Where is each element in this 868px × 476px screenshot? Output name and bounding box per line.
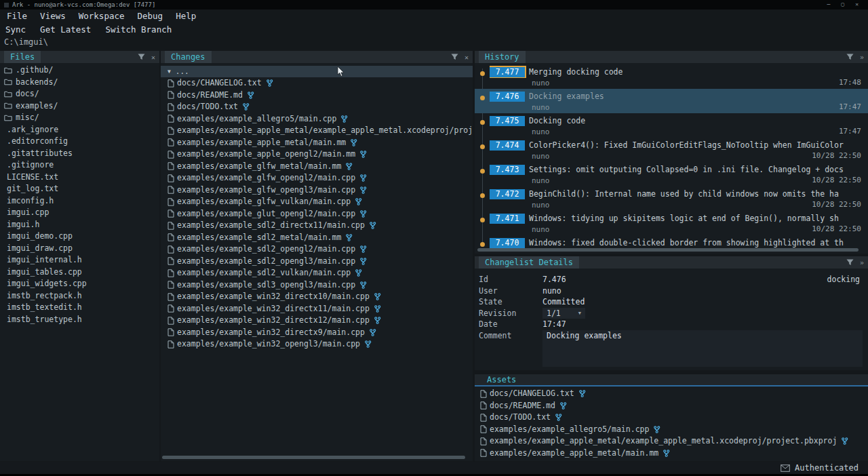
file-tree-item[interactable]: .editorconfig bbox=[4, 136, 159, 148]
branch-icon bbox=[841, 437, 848, 445]
file-tree-item[interactable]: imgui.h bbox=[4, 219, 159, 231]
history-row[interactable]: 7.470 Windows: fixed double-clicked bord… bbox=[475, 235, 868, 249]
history-row[interactable]: 7.474 ColorPicker4(): Fixed ImGuiColorEd… bbox=[475, 138, 868, 162]
history-row[interactable]: 7.476 Docking examples nuno 17:47 bbox=[475, 89, 868, 113]
changed-file-item[interactable]: examples/example_sdl2_vulkan/main.cpp bbox=[167, 267, 473, 279]
file-tree-item[interactable]: imgui_tables.cpp bbox=[4, 266, 159, 279]
maximize-icon[interactable]: ▢ bbox=[841, 0, 844, 9]
asset-item[interactable]: examples/example_allegro5/main.cpp bbox=[480, 424, 868, 436]
filter-icon[interactable] bbox=[846, 259, 854, 266]
file-name: .ark_ignore bbox=[7, 124, 58, 136]
asset-item[interactable]: docs/TODO.txt bbox=[480, 412, 868, 424]
menu-item[interactable]: Views bbox=[40, 11, 66, 21]
changes-root-row[interactable]: ▼ ... bbox=[161, 66, 473, 77]
changed-file-item[interactable]: examples/example_glfw_opengl2/main.cpp bbox=[167, 172, 473, 184]
menu-item[interactable]: Workspace bbox=[79, 11, 125, 21]
file-tree-item[interactable]: imstb_truetype.h bbox=[4, 314, 159, 326]
file-tree-item[interactable]: .ark_ignore bbox=[4, 124, 159, 136]
file-tree-item[interactable]: examples/ bbox=[4, 100, 159, 113]
history-row[interactable]: 7.471 Windows: tidying up skipitems logi… bbox=[475, 211, 868, 235]
file-tree-item[interactable]: .gitignore bbox=[4, 159, 159, 172]
files-tab[interactable]: Files bbox=[4, 51, 41, 63]
horizontal-scrollbar[interactable] bbox=[162, 456, 469, 460]
file-tree-item[interactable]: imgui_draw.cpp bbox=[4, 243, 159, 255]
changed-file-item[interactable]: examples/example_win32_directx9/main.cpp bbox=[167, 327, 473, 339]
changed-file-item[interactable]: examples/example_win32_directx10/main.cp… bbox=[167, 291, 473, 303]
asset-item[interactable]: docs/README.md bbox=[480, 400, 868, 412]
field-revision: Revision 1/1 ▼ bbox=[479, 308, 863, 319]
commit-author: nuno bbox=[532, 79, 550, 87]
history-tab[interactable]: History bbox=[479, 51, 526, 63]
changed-file-item[interactable]: examples/example_sdl2_opengl2/main.cpp bbox=[167, 243, 473, 256]
toolbar-button[interactable]: Switch Branch bbox=[105, 24, 172, 35]
asset-item[interactable]: docs/CHANGELOG.txt bbox=[480, 388, 868, 400]
history-row[interactable]: 7.473 Settings: omit outputing Collapsed… bbox=[475, 162, 868, 186]
file-tree-item[interactable]: imgui.cpp bbox=[4, 207, 159, 219]
filter-icon[interactable] bbox=[846, 54, 854, 60]
branch-icon bbox=[340, 115, 348, 123]
history-row[interactable]: 7.475 Docking code nuno 17:47 bbox=[475, 113, 868, 138]
menu-item[interactable]: File bbox=[7, 11, 27, 21]
horizontal-scrollbar[interactable] bbox=[477, 248, 863, 252]
history-row[interactable]: 7.477 Merging docking code nuno 17:48 bbox=[475, 64, 868, 89]
file-tree-item[interactable]: backends/ bbox=[4, 77, 159, 89]
menu-item[interactable]: Help bbox=[176, 11, 196, 21]
history-row[interactable]: 7.472 BeginChild(): Internal name used b… bbox=[475, 186, 868, 211]
file-tree-item[interactable]: imgui_widgets.cpp bbox=[4, 278, 159, 290]
close-icon[interactable]: ✕ bbox=[855, 0, 859, 9]
field-label: User bbox=[479, 285, 542, 297]
asset-item[interactable]: examples/example_apple_metal/main.mm bbox=[480, 448, 868, 460]
file-tree-item[interactable]: imstb_textedit.h bbox=[4, 302, 159, 314]
changed-file-item[interactable]: examples/example_glfw_metal/main.mm bbox=[167, 161, 473, 173]
file-tree-item[interactable]: .gitattributes bbox=[4, 148, 159, 160]
changed-file-item[interactable]: examples/example_apple_metal/example_app… bbox=[167, 125, 473, 137]
branch-icon bbox=[355, 269, 362, 277]
menu-item[interactable]: Debug bbox=[137, 11, 163, 21]
chevrons-icon[interactable]: » bbox=[860, 259, 864, 266]
changed-file-item[interactable]: examples/example_win32_directx11/main.cp… bbox=[167, 303, 473, 315]
changed-file-item[interactable]: examples/example_apple_opengl2/main.mm bbox=[167, 148, 473, 161]
changed-file-item[interactable]: examples/example_glut_opengl2/main.cpp bbox=[167, 208, 473, 220]
changed-file-item[interactable]: examples/example_win32_opengl3/main.cpp bbox=[167, 338, 473, 351]
changed-file-item[interactable]: examples/example_apple_metal/main.mm bbox=[167, 137, 473, 149]
filter-icon[interactable] bbox=[451, 54, 458, 60]
file-icon bbox=[480, 425, 487, 433]
changed-file-item[interactable]: examples/example_allegro5/main.cpp bbox=[167, 113, 473, 125]
file-icon bbox=[167, 222, 174, 230]
details-panel-header: Changelist Details » bbox=[475, 256, 868, 269]
file-tree-item[interactable]: git_log.txt bbox=[4, 183, 159, 195]
file-tree-item[interactable]: imgui_demo.cpp bbox=[4, 231, 159, 243]
revision-dropdown[interactable]: 1/1 ▼ bbox=[542, 308, 585, 319]
changed-file-item[interactable]: examples/example_sdl2_opengl3/main.cpp bbox=[167, 256, 473, 268]
changed-file-item[interactable]: examples/example_win32_directx12/main.cp… bbox=[167, 315, 473, 327]
changed-file-item[interactable]: docs/README.md bbox=[167, 90, 473, 102]
changes-tab[interactable]: Changes bbox=[165, 51, 212, 63]
minimize-icon[interactable]: ─ bbox=[827, 0, 831, 9]
changed-file-name: examples/example_apple_metal/main.mm bbox=[177, 137, 346, 149]
file-tree-item[interactable]: imgui_internal.h bbox=[4, 254, 159, 266]
asset-item[interactable]: examples/example_apple_metal/example_app… bbox=[480, 435, 868, 448]
close-panel-icon[interactable]: ✕ bbox=[465, 54, 469, 61]
changed-file-item[interactable]: examples/example_glfw_opengl3/main.cpp bbox=[167, 184, 473, 197]
file-tree-item[interactable]: docs/ bbox=[4, 88, 159, 100]
changed-file-item[interactable]: docs/TODO.txt bbox=[167, 101, 473, 113]
changed-file-item[interactable]: docs/CHANGELOG.txt bbox=[167, 77, 473, 90]
file-tree-item[interactable]: misc/ bbox=[4, 112, 159, 124]
file-tree-item[interactable]: imconfig.h bbox=[4, 195, 159, 207]
details-tab[interactable]: Changelist Details bbox=[479, 256, 579, 269]
changed-file-item[interactable]: examples/example_sdl2_metal/main.mm bbox=[167, 232, 473, 244]
changed-file-item[interactable]: examples/example_glfw_vulkan/main.cpp bbox=[167, 196, 473, 208]
toolbar-button[interactable]: Get Latest bbox=[40, 24, 91, 35]
chevrons-icon[interactable]: » bbox=[860, 54, 864, 61]
comment-textarea[interactable]: Docking examples bbox=[542, 330, 863, 367]
close-panel-icon[interactable]: ✕ bbox=[151, 54, 155, 61]
changed-file-item[interactable]: examples/example_sdl3_opengl3/main.cpp bbox=[167, 279, 473, 292]
file-tree-item[interactable]: LICENSE.txt bbox=[4, 172, 159, 184]
title-bar: Ark - nuno@ark-vcs.com:Omega:dev [7477] … bbox=[0, 0, 868, 9]
filter-icon[interactable] bbox=[138, 54, 145, 60]
file-tree-item[interactable]: imstb_rectpack.h bbox=[4, 290, 159, 302]
file-tree-item[interactable]: .github/ bbox=[4, 64, 159, 77]
changed-file-item[interactable]: examples/example_sdl2_directx11/main.cpp bbox=[167, 220, 473, 232]
collapse-caret-icon[interactable]: ▼ bbox=[167, 68, 171, 75]
toolbar-button[interactable]: Sync bbox=[5, 24, 26, 35]
